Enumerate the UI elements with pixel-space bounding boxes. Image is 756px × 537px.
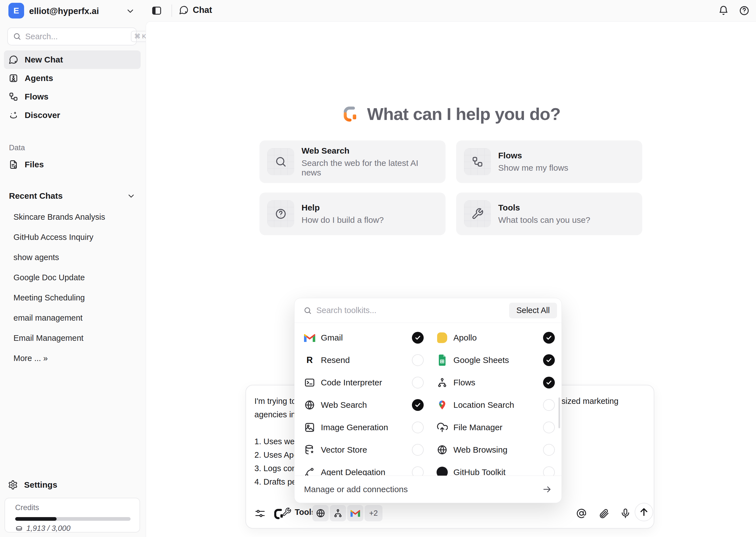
select-all-button[interactable]: Select All (509, 303, 557, 318)
checkbox-unchecked[interactable] (543, 444, 555, 456)
database-star-icon (303, 444, 316, 456)
toolkit-row-location-search[interactable]: Location Search (427, 394, 562, 416)
sidebar-item-label: Files (25, 160, 44, 169)
arrow-right-icon (542, 484, 552, 494)
microphone-icon[interactable] (620, 508, 631, 519)
checkbox-checked[interactable] (543, 332, 555, 344)
attachment-icon[interactable] (598, 508, 610, 519)
toolkit-row-resend[interactable]: R Resend (295, 349, 427, 371)
image-icon (303, 421, 316, 434)
sidebar-item-new-chat[interactable]: New Chat (4, 51, 141, 69)
toolkit-name: Vector Store (321, 445, 367, 455)
toolkit-search-input[interactable] (316, 306, 509, 315)
recent-chats-header[interactable]: Recent Chats (9, 191, 136, 201)
checkbox-unchecked[interactable] (543, 466, 555, 476)
bell-icon[interactable] (718, 5, 729, 16)
wrench-icon (282, 507, 292, 517)
help-icon[interactable] (738, 5, 750, 16)
toolkit-row-vector-store[interactable]: Vector Store (295, 438, 427, 461)
checkbox-unchecked[interactable] (412, 354, 424, 366)
toolkit-badge-gmail[interactable] (347, 505, 363, 521)
settings-button[interactable]: Settings (8, 480, 57, 490)
draft-text[interactable]: I'm trying to agencies in 1. Uses web 2.… (255, 394, 295, 488)
card-tools[interactable]: Tools What tools can you use? (456, 192, 642, 235)
checkbox-checked[interactable] (543, 354, 555, 366)
checkbox-checked[interactable] (412, 332, 424, 344)
sidebar-item-flows[interactable]: Flows (4, 87, 141, 106)
card-help[interactable]: Help How do I build a flow? (259, 192, 446, 235)
spline-icon (303, 466, 316, 476)
send-button[interactable] (635, 503, 653, 521)
toolkit-row-gmail[interactable]: Gmail (295, 326, 427, 349)
sidebar-item-discover[interactable]: Discover (4, 106, 141, 124)
sidebar-item-label: New Chat (25, 55, 63, 64)
recent-chats-more[interactable]: More ... » (0, 348, 144, 368)
recent-chat-item[interactable]: Google Doc Update (0, 268, 144, 288)
tools-button[interactable]: Tools (282, 507, 316, 517)
data-section-label: Data (9, 144, 25, 152)
recent-chat-item[interactable]: Email Management (0, 328, 144, 348)
card-web-search[interactable]: Web Search Search the web for the latest… (259, 141, 446, 183)
recent-chat-item[interactable]: show agents (0, 247, 144, 268)
discover-icon (8, 110, 19, 120)
draft-text-continued[interactable]: sized marketing (562, 394, 618, 408)
toolkit-row-web-browsing[interactable]: Web Browsing (427, 438, 562, 461)
toolkit-row-flows[interactable]: Flows (427, 371, 562, 394)
card-title: Tools (498, 203, 590, 212)
recent-chat-item[interactable]: Skincare Brands Analysis (0, 207, 144, 227)
toolkit-row-file-manager[interactable]: File Manager (427, 416, 562, 438)
checkbox-unchecked[interactable] (543, 399, 555, 411)
recent-chat-item[interactable]: email management (0, 308, 144, 328)
card-flows[interactable]: Flows Show me my flows (456, 141, 642, 183)
sidebar-search[interactable]: ⌘ K (7, 27, 137, 45)
toolkit-name: GitHub Toolkit (454, 468, 505, 476)
sidebar-item-label: Flows (25, 92, 49, 102)
chevron-down-icon[interactable] (126, 6, 135, 16)
credits-card: Credits 1,913 / 3,000 (5, 498, 140, 532)
popup-scrollbar[interactable] (558, 397, 560, 428)
chevron-down-icon[interactable] (127, 191, 136, 200)
checkbox-unchecked[interactable] (412, 466, 424, 476)
toolkit-row-web-search[interactable]: Web Search (295, 394, 427, 416)
mention-icon[interactable] (576, 508, 587, 519)
toolkit-badge-more[interactable]: +2 (365, 505, 382, 521)
toolkit-badge-web[interactable] (312, 505, 329, 521)
sidebar-item-agents[interactable]: Agents (4, 69, 141, 87)
toolkit-row-image-generation[interactable]: Image Generation (295, 416, 427, 438)
toolkit-row-code-interpreter[interactable]: Code Interpreter (295, 371, 427, 394)
sidebar-item-label: Discover (25, 110, 60, 120)
avatar[interactable]: E (8, 3, 24, 19)
checkbox-unchecked[interactable] (412, 422, 424, 433)
globe-icon (436, 444, 448, 456)
checkbox-checked[interactable] (412, 399, 424, 411)
toolkit-row-google-sheets[interactable]: Google Sheets (427, 349, 562, 371)
toolkit-name: Google Sheets (454, 355, 509, 365)
checkbox-checked[interactable] (543, 377, 555, 389)
maps-pin-icon (436, 399, 448, 411)
globe-icon (303, 399, 316, 411)
toolkit-row-agent-delegation[interactable]: Agent Delegation (295, 461, 427, 476)
recent-chat-item[interactable]: GitHub Access Inquiry (0, 227, 144, 247)
checkbox-unchecked[interactable] (543, 422, 555, 433)
checkbox-unchecked[interactable] (412, 444, 424, 456)
manage-connections-button[interactable]: Manage or add connections (295, 475, 562, 503)
sidebar: ⌘ K New Chat Agents Flows (0, 21, 144, 537)
toolkit-badge-flows[interactable] (330, 505, 346, 521)
search-icon (13, 32, 21, 41)
workflow-icon (464, 148, 491, 175)
credits-amount: 1,913 / 3,000 (26, 524, 71, 533)
sidebar-item-files[interactable]: Files (4, 155, 141, 174)
card-title: Help (301, 203, 384, 212)
breadcrumb: Chat (179, 5, 212, 15)
sliders-icon[interactable] (255, 508, 266, 519)
toolkit-name: Resend (321, 355, 350, 365)
sidebar-nav: New Chat Agents Flows Discover (4, 51, 141, 124)
terminal-icon (303, 376, 316, 389)
sidebar-toggle-icon[interactable] (151, 5, 162, 16)
toolkit-row-apollo[interactable]: Apollo (427, 326, 562, 349)
recent-chat-item[interactable]: Meeting Scheduling (0, 288, 144, 308)
toolkit-row-github[interactable]: GitHub Toolkit (427, 461, 562, 476)
search-input[interactable] (25, 32, 131, 41)
checkbox-unchecked[interactable] (412, 377, 424, 389)
suggestion-cards: Web Search Search the web for the latest… (259, 141, 642, 235)
